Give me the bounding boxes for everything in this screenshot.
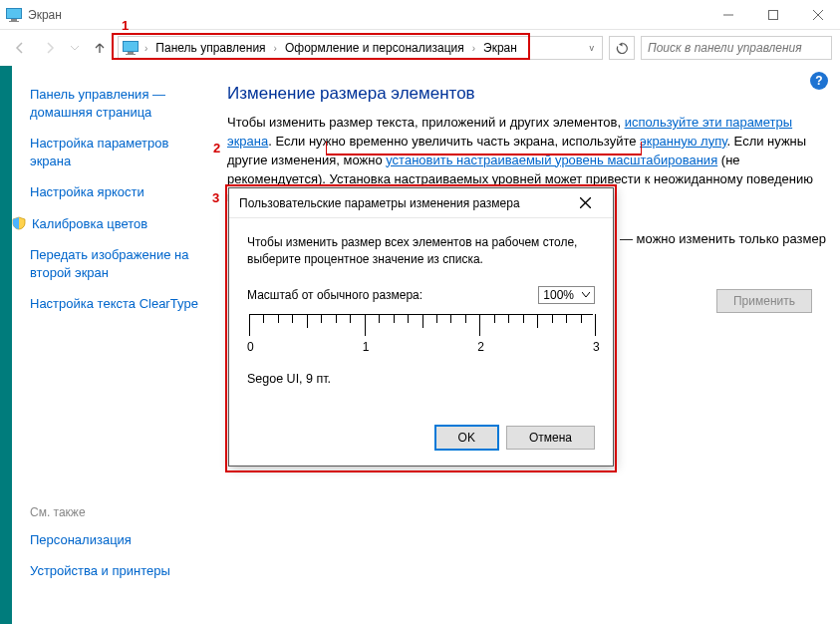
scale-label: Масштаб от обычного размера:: [247, 288, 422, 302]
dialog-titlebar[interactable]: Пользовательские параметры изменения раз…: [229, 188, 613, 218]
chevron-right-icon[interactable]: ›: [470, 43, 477, 54]
sidebar-link-label: Калибровка цветов: [32, 215, 147, 233]
scale-value: 100%: [543, 288, 574, 302]
ruler-label: 0: [247, 340, 254, 354]
main-hidden-text: — можно изменить только размер: [620, 231, 829, 246]
chevron-right-icon[interactable]: ›: [142, 43, 149, 54]
dialog-close-button[interactable]: [565, 189, 605, 217]
maximize-button[interactable]: [750, 0, 795, 30]
monitor-icon: [6, 8, 22, 22]
chevron-right-icon[interactable]: ›: [272, 43, 279, 54]
window-title: Экран: [28, 8, 705, 22]
sidebar-footer-link[interactable]: Устройства и принтеры: [30, 562, 201, 580]
sidebar-link[interactable]: Настройка яркости: [30, 183, 201, 201]
custom-scaling-dialog: Пользовательские параметры изменения раз…: [228, 187, 614, 467]
ruler-label: 3: [593, 340, 600, 354]
sidebar-link[interactable]: Настройка текста ClearType: [30, 295, 201, 313]
ruler-label: 2: [477, 340, 484, 354]
ruler[interactable]: 0123: [249, 314, 593, 362]
svg-rect-1: [11, 19, 17, 21]
close-button[interactable]: [795, 0, 840, 30]
link-custom-scaling[interactable]: установить настраиваемый уровень масштаб…: [386, 153, 717, 167]
monitor-icon: [123, 41, 139, 55]
minimize-button[interactable]: [705, 0, 750, 30]
dialog-button-row: OK Отмена: [247, 426, 595, 450]
svg-rect-8: [128, 52, 134, 54]
sidebar-footer-link[interactable]: Персонализация: [30, 531, 201, 549]
address-dropdown[interactable]: v: [586, 43, 599, 53]
window-controls: [705, 0, 840, 30]
sidebar-home-link[interactable]: Панель управления — домашняя страница: [30, 86, 201, 121]
breadcrumb-item[interactable]: Экран: [481, 41, 519, 55]
apply-button[interactable]: Применить: [716, 289, 812, 313]
breadcrumb-item[interactable]: Панель управления: [153, 41, 267, 55]
dialog-description: Чтобы изменить размер всех элементов на …: [247, 234, 595, 268]
text-fragment: . Если нужно временно увеличить часть эк…: [268, 134, 640, 149]
toolbar: › Панель управления › Оформление и персо…: [0, 30, 840, 66]
scale-select[interactable]: 100%: [538, 286, 595, 304]
dialog-body: Чтобы изменить размер всех элементов на …: [229, 218, 613, 466]
forward-button[interactable]: [38, 36, 62, 60]
sidebar-footer-heading: См. также: [30, 505, 201, 519]
ruler-label: 1: [363, 340, 370, 354]
svg-rect-2: [9, 21, 19, 22]
svg-rect-9: [126, 54, 136, 55]
refresh-button[interactable]: [609, 36, 635, 60]
address-bar[interactable]: › Панель управления › Оформление и персо…: [118, 36, 603, 60]
sidebar-link[interactable]: Настройка параметров экрана: [30, 135, 201, 169]
recent-dropdown[interactable]: [68, 36, 82, 60]
shield-icon: [12, 216, 26, 230]
svg-rect-4: [768, 10, 777, 19]
sample-font-text: Segoe UI, 9 пт.: [247, 372, 595, 386]
dialog-title: Пользовательские параметры изменения раз…: [239, 196, 565, 210]
text-fragment: Чтобы изменить размер текста, приложений…: [227, 115, 625, 130]
page-title: Изменение размера элементов: [227, 84, 816, 104]
sidebar-link[interactable]: Калибровка цветов: [12, 215, 201, 233]
scale-row: Масштаб от обычного размера: 100%: [247, 286, 595, 304]
left-edge-strip: [0, 66, 12, 624]
breadcrumb-item[interactable]: Оформление и персонализация: [283, 41, 466, 55]
up-button[interactable]: [88, 36, 112, 60]
cancel-button[interactable]: Отмена: [506, 426, 595, 450]
chevron-down-icon: [582, 292, 590, 298]
sidebar-footer: См. также Персонализация Устройства и пр…: [30, 505, 201, 614]
window-titlebar: Экран: [0, 0, 840, 30]
search-input[interactable]: [641, 36, 832, 60]
help-icon[interactable]: ?: [810, 72, 828, 90]
ok-button[interactable]: OK: [435, 426, 498, 450]
back-button[interactable]: [8, 36, 32, 60]
sidebar-link[interactable]: Передать изображение на второй экран: [30, 246, 201, 281]
svg-rect-7: [124, 42, 139, 52]
sidebar: Панель управления — домашняя страница На…: [12, 66, 211, 624]
svg-rect-0: [7, 8, 22, 18]
link-magnifier[interactable]: экранную лупу: [640, 134, 726, 149]
